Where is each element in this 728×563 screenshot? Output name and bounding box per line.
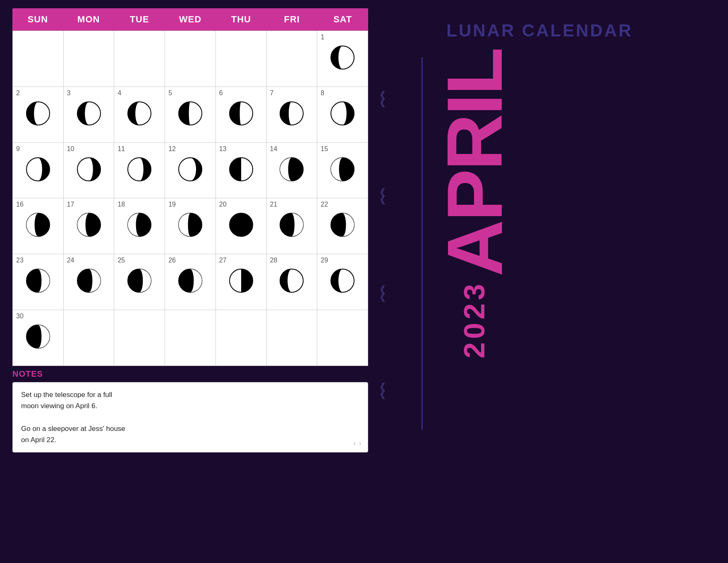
moon-phase [25,156,51,183]
header-mon: MON [63,8,114,31]
day-number: 20 [219,201,227,208]
moon-phase [25,267,51,294]
moon-phase [177,100,204,127]
moon-phase [329,267,356,294]
day-number: 25 [117,257,125,264]
moon-phase [278,156,305,183]
calendar-cell[interactable]: 21 [267,198,318,254]
notes-text: Set up the telescope for a full moon vie… [21,389,359,445]
moon-phase [177,156,204,183]
header-tue: TUE [114,8,165,31]
calendar-cell[interactable]: 2 [13,87,64,143]
day-number: 23 [16,257,24,264]
calendar-cell[interactable] [317,310,368,366]
notes-next[interactable]: › [359,440,361,447]
chevron-2: ❰❰ [379,188,386,203]
moon-phase [76,267,102,294]
calendar-cell[interactable]: 10 [64,143,115,199]
calendar-cell[interactable]: 19 [165,198,216,254]
calendar-cell[interactable]: 24 [64,254,115,310]
calendar-cell[interactable]: 23 [13,254,64,310]
day-number: 21 [270,201,278,208]
moon-phase [278,100,305,127]
moon-phase [329,212,356,238]
day-headers: SUN MON TUE WED THU FRI SAT [12,8,368,31]
day-number: 24 [67,257,74,264]
notes-nav[interactable]: ‹ › [353,440,361,447]
calendar-cell[interactable]: 15 [317,143,368,199]
calendar-cell[interactable]: 5 [165,87,216,143]
calendar-cell[interactable] [165,310,216,366]
notes-prev[interactable]: ‹ [353,440,355,447]
day-number: 29 [321,257,328,264]
calendar-cell[interactable]: 7 [267,87,318,143]
moon-phase [25,212,51,238]
day-number: 14 [270,145,278,153]
header-thu: THU [216,8,266,31]
sidebar: LUNAR CALENDAR APRIL 2023 [388,0,728,563]
moon-phase [126,212,153,238]
day-number: 27 [219,257,227,264]
calendar-cell[interactable]: 6 [216,87,267,143]
calendar-cell[interactable] [216,31,267,87]
calendar-cell[interactable]: 9 [13,143,64,199]
calendar-cell[interactable]: 1 [317,31,368,87]
moon-phase [228,100,254,127]
calendar-cell[interactable]: 26 [165,254,216,310]
calendar-cell[interactable] [64,310,115,366]
calendar-cell[interactable]: 4 [114,87,165,143]
year-title: 2023 [458,281,491,358]
calendar-cell[interactable]: 11 [114,143,165,199]
calendar-cell[interactable] [165,31,216,87]
calendar-cell[interactable]: 18 [114,198,165,254]
day-number: 30 [16,313,24,320]
chevrons-column: ❰❰ ❰❰ ❰❰ ❰❰ [376,0,388,563]
moon-phase [278,212,305,238]
moon-phase [25,323,51,350]
chevron-3: ❰❰ [379,286,386,300]
calendar-cell[interactable]: 29 [317,254,368,310]
calendar-grid: 1234567891011121314151617181920212223242… [12,31,368,366]
calendar-cell[interactable]: 3 [64,87,115,143]
day-number: 28 [270,257,278,264]
month-title: APRIL [435,49,514,277]
notes-section: NOTES Set up the telescope for a full mo… [12,369,368,452]
calendar-area: SUN MON TUE WED THU FRI SAT 123456789101… [0,0,376,563]
calendar-cell[interactable] [13,31,64,87]
calendar-cell[interactable]: 13 [216,143,267,199]
header-fri: FRI [266,8,317,31]
calendar-cell[interactable]: 30 [13,310,64,366]
calendar-cell[interactable]: 22 [317,198,368,254]
calendar-cell[interactable] [267,31,318,87]
calendar-cell[interactable]: 8 [317,87,368,143]
calendar-cell[interactable]: 27 [216,254,267,310]
calendar-cell[interactable]: 12 [165,143,216,199]
day-number: 15 [321,145,328,153]
calendar-cell[interactable] [64,31,115,87]
calendar-cell[interactable] [114,31,165,87]
calendar-cell[interactable]: 14 [267,143,318,199]
calendar-cell[interactable] [216,310,267,366]
notes-box[interactable]: Set up the telescope for a full moon vie… [12,382,368,452]
calendar-cell[interactable]: 17 [64,198,115,254]
day-number: 19 [168,201,176,208]
moon-phase [329,156,356,183]
vertical-line [421,57,423,430]
day-number: 2 [16,89,20,97]
moon-phase [228,212,254,238]
day-number: 13 [219,145,227,153]
calendar-cell[interactable]: 16 [13,198,64,254]
day-number: 1 [321,34,324,41]
calendar-cell[interactable]: 28 [267,254,318,310]
header-sun: SUN [12,8,63,31]
day-number: 3 [67,89,71,97]
calendar-cell[interactable]: 25 [114,254,165,310]
day-number: 9 [16,145,20,153]
moon-phase [126,100,153,127]
day-number: 12 [168,145,176,153]
calendar-cell[interactable]: 20 [216,198,267,254]
calendar-cell[interactable] [114,310,165,366]
day-number: 4 [117,89,121,97]
calendar-cell[interactable] [267,310,318,366]
day-number: 26 [168,257,176,264]
